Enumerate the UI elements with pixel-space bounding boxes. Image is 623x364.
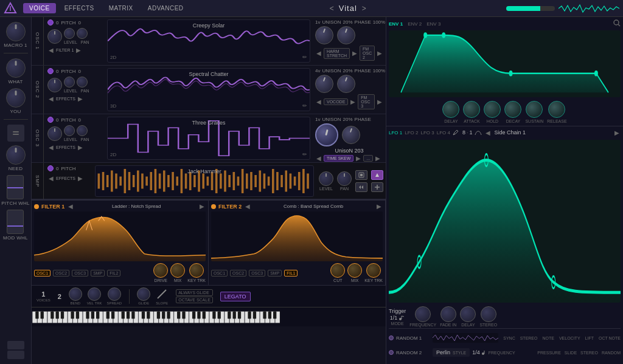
- filter2-src-osc2[interactable]: OSC2: [230, 270, 246, 276]
- osc3-pitch-knob[interactable]: [47, 126, 62, 141]
- filter1-src-osc3[interactable]: OSC3: [72, 270, 88, 276]
- osc1-sub-left-btn[interactable]: HARM STRETCH: [324, 48, 350, 59]
- filter2-src-fil1[interactable]: FIL1: [284, 270, 298, 276]
- osc1-phase-knob[interactable]: [337, 26, 355, 44]
- random1-sync-btn[interactable]: SYNC: [503, 336, 515, 340]
- osc3-toggle[interactable]: [47, 117, 54, 123]
- osc2-level-knob[interactable]: [64, 77, 75, 88]
- need-knob[interactable]: [6, 145, 26, 165]
- osc2-sub-right-btn[interactable]: FM OSC 3: [358, 94, 375, 109]
- osc1-sub-prev[interactable]: ◀: [315, 50, 322, 57]
- filter2-keytrk-knob[interactable]: [366, 263, 381, 278]
- smp-icon-3[interactable]: [371, 170, 383, 180]
- tab-matrix[interactable]: MATRIX: [103, 3, 139, 13]
- nav-prev-arrow[interactable]: <: [330, 4, 334, 13]
- lfo-frequency-knob[interactable]: [415, 306, 431, 322]
- filter1-prev[interactable]: ◀: [67, 203, 74, 210]
- filter1-src-osc1[interactable]: OSC1: [34, 270, 50, 276]
- env-sustain-knob[interactable]: [526, 101, 543, 118]
- smp-icon-1[interactable]: [355, 170, 367, 180]
- osc3-sub-next[interactable]: ▶: [374, 155, 381, 162]
- env-attack-knob[interactable]: [463, 101, 480, 118]
- osc3-sub-left-btn[interactable]: TIME SKEW: [324, 155, 353, 162]
- smp-level-knob[interactable]: [319, 171, 333, 186]
- env2-tab[interactable]: ENV 2: [408, 21, 422, 27]
- what-knob[interactable]: [6, 58, 26, 78]
- filter2-mix-knob[interactable]: [347, 263, 362, 278]
- osc1-unison-knob[interactable]: [315, 26, 333, 44]
- filter1-src-smp[interactable]: SMP: [91, 270, 105, 276]
- filter1-src-fil2[interactable]: FIL2: [107, 270, 120, 276]
- osc2-filter-next[interactable]: ▶: [77, 95, 84, 102]
- osc3-filter-next[interactable]: ▶: [77, 144, 84, 151]
- osc3-filter-prev[interactable]: ◀: [47, 144, 55, 151]
- osc3-edit-icon[interactable]: ✏: [302, 151, 307, 157]
- sidebar-icon-1[interactable]: [7, 125, 24, 142]
- filter2-src-smp[interactable]: SMP: [268, 270, 282, 276]
- filter2-src-osc3[interactable]: OSC3: [249, 270, 265, 276]
- osc3-sub-right-btn[interactable]: ...: [363, 155, 373, 162]
- osc2-edit-icon[interactable]: ✏: [302, 103, 307, 109]
- osc3-pan-knob[interactable]: [77, 125, 88, 136]
- lfo-fadein-knob[interactable]: [440, 306, 456, 322]
- tab-advanced[interactable]: ADVANCED: [142, 3, 190, 13]
- osc1-filter-prev[interactable]: ◀: [47, 47, 55, 53]
- osc1-pitch-knob[interactable]: [47, 29, 62, 44]
- osc2-toggle[interactable]: [47, 68, 54, 74]
- osc1-sub-right-btn[interactable]: FM OSC 2: [360, 46, 375, 61]
- env-delay-knob[interactable]: [442, 101, 459, 118]
- random1-stereo-btn[interactable]: STEREO: [520, 336, 538, 340]
- lfo-edit-icon[interactable]: [453, 129, 459, 136]
- sidebar-bottom-icon-2[interactable]: [7, 351, 24, 359]
- osc2-sub-left-btn[interactable]: VOCODE: [324, 98, 348, 105]
- nav-next-arrow[interactable]: >: [362, 4, 366, 13]
- smp-toggle[interactable]: [47, 165, 54, 171]
- osc2-pan-knob[interactable]: [77, 77, 88, 88]
- lfo-delay-knob[interactable]: [460, 306, 476, 322]
- sidebar-bottom-icon-1[interactable]: [7, 341, 24, 349]
- filter1-mix-knob[interactable]: [170, 263, 185, 278]
- lfo2-tab[interactable]: LFO 2: [405, 130, 418, 136]
- osc3-sub-prev[interactable]: ◀: [315, 155, 322, 162]
- filter2-next[interactable]: ▶: [375, 203, 383, 210]
- osc3-sub-mid[interactable]: ▶: [355, 155, 362, 162]
- mod-wheel[interactable]: [7, 210, 24, 234]
- you-knob[interactable]: [6, 88, 26, 108]
- osc3-unison-big-knob[interactable]: [315, 123, 338, 146]
- osc1-level-knob[interactable]: [64, 28, 75, 39]
- spread-knob[interactable]: [108, 287, 121, 301]
- env3-tab[interactable]: ENV 3: [426, 21, 440, 27]
- lfo-dest-prev[interactable]: ◀: [484, 129, 492, 136]
- octave-scale-option[interactable]: OCTAVE SCALE: [176, 297, 213, 303]
- filter2-prev[interactable]: ◀: [244, 203, 251, 210]
- filter1-src-osc2[interactable]: OSC2: [53, 270, 69, 276]
- osc3-level-knob[interactable]: [64, 125, 75, 136]
- osc2-filter-prev[interactable]: ◀: [47, 95, 55, 102]
- env-decay-knob[interactable]: [504, 101, 521, 118]
- legato-button[interactable]: LEGATO: [220, 292, 251, 301]
- smp-icon-2[interactable]: [355, 182, 367, 192]
- pitch-wheel[interactable]: [7, 175, 24, 199]
- osc1-filter-next[interactable]: ▶: [75, 47, 82, 53]
- lfo4-tab[interactable]: LFO 4: [437, 130, 450, 136]
- osc2-pitch-knob[interactable]: [47, 78, 62, 92]
- glide-knob[interactable]: [137, 287, 150, 301]
- smp-filter-next[interactable]: ▶: [77, 175, 84, 182]
- lfo-stereo-knob[interactable]: [481, 306, 496, 322]
- filter2-src-osc1[interactable]: OSC1: [211, 270, 228, 276]
- osc2-sub-next[interactable]: ▶: [376, 98, 383, 105]
- tab-voice[interactable]: VOICE: [23, 3, 56, 13]
- lfo3-tab[interactable]: LFO 3: [420, 130, 434, 136]
- lfo-dest-next[interactable]: ▶: [613, 129, 621, 136]
- osc1-sub-next[interactable]: ▶: [376, 50, 383, 57]
- osc1-toggle[interactable]: [47, 19, 54, 26]
- osc2-unison-knob[interactable]: [315, 75, 333, 93]
- osc2-sub-prev[interactable]: ◀: [315, 98, 322, 105]
- smp-icon-4[interactable]: [371, 182, 383, 192]
- osc2-phase-knob[interactable]: [337, 75, 355, 93]
- macro1-knob[interactable]: [6, 22, 26, 41]
- filter1-drive-knob[interactable]: [153, 263, 168, 278]
- lfo-curve-icon[interactable]: [475, 129, 482, 136]
- osc2-sub-mid[interactable]: ▶: [349, 98, 357, 105]
- lfo1-tab[interactable]: LFO 1: [389, 130, 402, 136]
